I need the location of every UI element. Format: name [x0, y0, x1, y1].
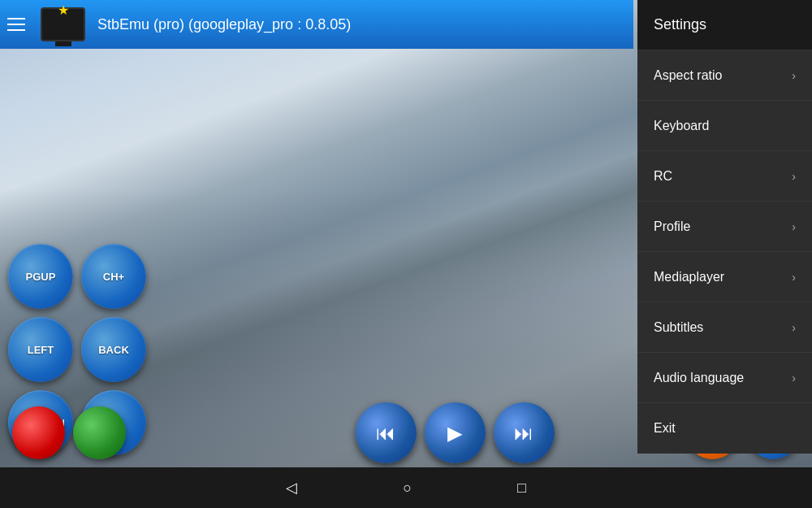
menu-item-label-profile: Profile — [654, 219, 690, 234]
dropdown-menu: SettingsAspect ratio›KeyboardRC›Profile›… — [637, 0, 812, 454]
rewind-button[interactable]: ⏮ — [356, 402, 417, 463]
app-title: StbEmu (pro) (googleplay_pro : 0.8.05) — [97, 16, 351, 33]
menu-item-label-subtitles: Subtitles — [654, 320, 703, 335]
chevron-right-icon: › — [792, 271, 796, 284]
color-buttons-left — [12, 406, 126, 459]
nav-recent-button[interactable]: □ — [505, 475, 538, 501]
menu-item-aspect-ratio[interactable]: Aspect ratio› — [637, 50, 812, 101]
menu-item-rc[interactable]: RC› — [637, 151, 812, 202]
tv-icon-area: ★ — [41, 7, 85, 41]
nav-home-button[interactable]: ○ — [391, 475, 424, 501]
pgup-button[interactable]: PGUP — [8, 244, 73, 309]
nav-back-button[interactable]: ◁ — [274, 475, 309, 501]
rewind-icon: ⏮ — [376, 422, 395, 445]
menu-item-label-settings: Settings — [654, 16, 706, 33]
nav-bar: ◁ ○ □ — [0, 467, 812, 508]
left-button[interactable]: LEFT — [8, 317, 73, 382]
star-icon: ★ — [58, 2, 69, 18]
tv-icon: ★ — [41, 7, 85, 41]
btn-row-2: LEFT BACK — [0, 317, 633, 382]
header-bar: ★ StbEmu (pro) (googleplay_pro : 0.8.05) — [0, 0, 633, 49]
chplus-button[interactable]: CH+ — [81, 244, 146, 309]
menu-item-audio-language[interactable]: Audio language› — [637, 353, 812, 403]
chevron-right-icon: › — [792, 69, 796, 82]
back-button[interactable]: BACK — [81, 317, 146, 382]
menu-item-label-audio-language: Audio language — [654, 371, 744, 385]
green-button[interactable] — [73, 406, 126, 459]
forward-button[interactable]: ⏭ — [494, 402, 555, 463]
menu-item-label-aspect-ratio: Aspect ratio — [654, 68, 722, 83]
menu-item-label-exit: Exit — [654, 421, 676, 436]
chevron-right-icon: › — [792, 321, 796, 334]
play-button[interactable]: ▶ — [425, 402, 486, 463]
menu-item-settings[interactable]: Settings — [637, 0, 812, 50]
media-buttons-center: ⏮ ▶ ⏭ — [356, 402, 555, 463]
menu-item-mediaplayer[interactable]: Mediaplayer› — [637, 252, 812, 302]
forward-icon: ⏭ — [514, 422, 533, 445]
chevron-right-icon: › — [792, 170, 796, 183]
red-button[interactable] — [12, 406, 65, 459]
menu-button[interactable] — [0, 0, 32, 49]
chevron-right-icon: › — [792, 371, 796, 384]
menu-item-profile[interactable]: Profile› — [637, 202, 812, 252]
chevron-right-icon: › — [792, 220, 796, 233]
btn-row-1: PGUP CH+ — [0, 244, 633, 309]
menu-item-label-rc: RC — [654, 169, 672, 184]
menu-item-exit[interactable]: Exit — [637, 403, 812, 454]
menu-item-keyboard[interactable]: Keyboard — [637, 101, 812, 151]
menu-item-label-mediaplayer: Mediaplayer — [654, 270, 724, 284]
menu-item-label-keyboard: Keyboard — [654, 119, 710, 133]
menu-item-subtitles[interactable]: Subtitles› — [637, 302, 812, 353]
play-icon: ▶ — [447, 422, 462, 445]
